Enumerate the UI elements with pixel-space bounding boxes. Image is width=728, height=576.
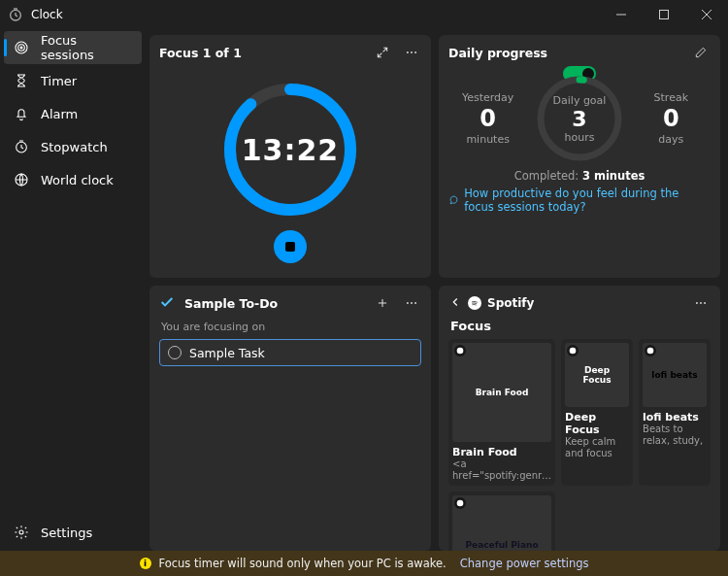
- sidebar-item-label: Focus sessions: [41, 33, 132, 62]
- playlist-item[interactable]: Brain Food Brain Food <a href="spotify:g…: [448, 339, 555, 486]
- task-row[interactable]: Sample Task: [159, 339, 421, 366]
- stopwatch-icon: [14, 139, 29, 154]
- todo-card: Sample To-Do You are focusing on Sample …: [149, 286, 431, 551]
- daily-title: Daily progress: [448, 46, 547, 60]
- gear-icon: [14, 525, 29, 540]
- playlist-art: Brain Food: [452, 343, 551, 442]
- edit-daily-button[interactable]: [689, 41, 712, 64]
- stat-yesterday: Yesterday 0 minutes: [454, 91, 522, 146]
- svg-point-22: [457, 348, 464, 355]
- task-checkbox[interactable]: [168, 346, 182, 359]
- spotify-brand: Spotify: [487, 296, 534, 310]
- window-title: Clock: [31, 8, 63, 21]
- globe-icon: [14, 172, 29, 187]
- stop-focus-button[interactable]: [274, 230, 307, 263]
- completed-text: Completed: 3 minutes: [448, 169, 711, 183]
- playlist-item[interactable]: Deep Focus Deep Focus Keep calm and focu…: [561, 339, 633, 486]
- svg-point-4: [20, 47, 22, 49]
- close-button[interactable]: [685, 0, 728, 29]
- spotify-playlist-grid: Brain Food Brain Food <a href="spotify:g…: [439, 339, 720, 551]
- expand-button[interactable]: [371, 41, 394, 64]
- focus-session-card: Focus 1 of 1 13:22: [149, 35, 431, 278]
- more-button[interactable]: [400, 41, 423, 64]
- svg-point-24: [647, 348, 654, 355]
- sidebar-item-settings[interactable]: Settings: [4, 516, 142, 549]
- sidebar-item-label: Timer: [41, 74, 77, 88]
- title-bar: Clock: [0, 0, 728, 29]
- svg-point-19: [696, 302, 698, 304]
- daily-goal-ring: Daily goal 3 hours: [533, 72, 626, 165]
- daily-progress-card: Daily progress Yesterday 0 minutes: [439, 35, 720, 278]
- sidebar-item-label: Alarm: [41, 107, 78, 121]
- spotify-section-title: Focus: [439, 317, 720, 339]
- focus-time-remaining: 13:22: [217, 77, 363, 222]
- app-icon: [8, 7, 23, 22]
- sidebar-item-focus-sessions[interactable]: Focus sessions: [4, 31, 142, 64]
- svg-point-20: [700, 302, 702, 304]
- svg-point-7: [19, 530, 23, 534]
- sidebar-item-timer[interactable]: Timer: [4, 64, 142, 97]
- stat-streak: Streak 0 days: [637, 91, 705, 146]
- spotify-logo-icon: [468, 296, 481, 310]
- sidebar-item-label: World clock: [41, 173, 114, 187]
- add-task-button[interactable]: [371, 291, 394, 315]
- todo-subtitle: You are focusing on: [149, 319, 431, 339]
- svg-point-8: [407, 51, 409, 53]
- target-icon: [14, 40, 29, 55]
- sidebar: Focus sessions Timer Alarm Stopwatch Wor…: [0, 29, 146, 551]
- productivity-question-link[interactable]: How productive do you feel during the fo…: [448, 186, 711, 214]
- spotify-badge-icon: [567, 345, 579, 356]
- svg-point-10: [414, 51, 416, 53]
- playlist-art: Peaceful Piano: [452, 495, 551, 551]
- sidebar-item-label: Settings: [41, 525, 92, 540]
- bell-icon: [14, 106, 29, 121]
- svg-point-25: [457, 500, 464, 507]
- spotify-card: Spotify Focus Brain Food Brain Food <a h…: [439, 286, 720, 551]
- spotify-back-button[interactable]: [448, 295, 462, 312]
- warning-bar: i Focus timer will sound only when your …: [0, 551, 728, 576]
- warning-icon: i: [140, 558, 151, 569]
- warning-text: Focus timer will sound only when your PC…: [159, 557, 447, 570]
- svg-point-14: [411, 302, 413, 304]
- task-title: Sample Task: [189, 346, 265, 360]
- focus-progress-ring: 13:22: [217, 77, 363, 222]
- sidebar-item-alarm[interactable]: Alarm: [4, 97, 142, 130]
- svg-point-15: [414, 302, 416, 304]
- spotify-more-button[interactable]: [689, 291, 712, 315]
- hourglass-icon: [14, 73, 29, 88]
- sidebar-item-stopwatch[interactable]: Stopwatch: [4, 130, 142, 163]
- svg-point-13: [407, 302, 409, 304]
- focus-header: Focus 1 of 1: [159, 46, 242, 60]
- stop-icon: [285, 242, 295, 252]
- svg-point-23: [570, 348, 577, 355]
- playlist-item[interactable]: Peaceful Piano Peaceful Piano Relax and …: [448, 491, 555, 551]
- change-power-settings-link[interactable]: Change power settings: [460, 557, 589, 570]
- maximize-button[interactable]: [643, 0, 685, 29]
- minimize-button[interactable]: [600, 0, 643, 29]
- spotify-badge-icon: [454, 497, 466, 509]
- sidebar-item-world-clock[interactable]: World clock: [4, 163, 142, 196]
- todo-app-icon: [159, 294, 175, 313]
- sidebar-item-label: Stopwatch: [41, 140, 108, 154]
- svg-point-21: [704, 302, 706, 304]
- todo-title: Sample To-Do: [184, 296, 278, 311]
- todo-more-button[interactable]: [400, 291, 423, 315]
- svg-point-9: [411, 51, 413, 53]
- spotify-badge-icon: [454, 345, 466, 356]
- playlist-item[interactable]: lofi beats lofi beats Beats to relax, st…: [639, 339, 711, 486]
- spotify-badge-icon: [645, 345, 656, 356]
- svg-rect-1: [660, 11, 669, 19]
